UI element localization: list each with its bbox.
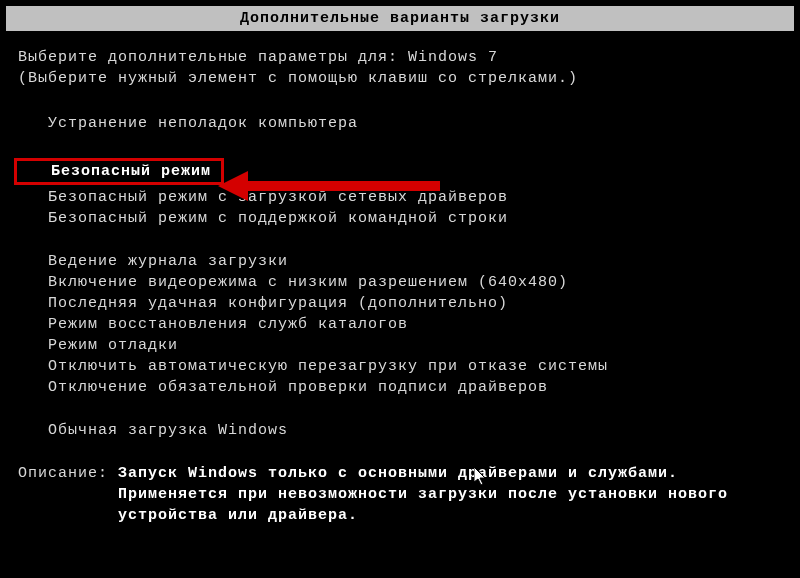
- option-boot-logging[interactable]: Ведение журнала загрузки: [48, 253, 782, 270]
- description-text-2: Применяется при невозможности загрузки п…: [118, 486, 782, 503]
- title-bar: Дополнительные варианты загрузки: [6, 6, 794, 31]
- option-disable-auto-restart[interactable]: Отключить автоматическую перезагрузку пр…: [48, 358, 782, 375]
- option-safe-mode-cmd[interactable]: Безопасный режим с поддержкой командной …: [48, 210, 782, 227]
- description-label: Описание:: [18, 465, 118, 482]
- option-debug-mode[interactable]: Режим отладки: [48, 337, 782, 354]
- description-block: Описание: Запуск Windows только с основн…: [18, 465, 782, 524]
- mouse-cursor-icon: [474, 467, 488, 492]
- arrow-line-icon: [240, 181, 440, 191]
- annotation-arrow: [218, 173, 448, 199]
- os-name: Windows 7: [408, 49, 498, 66]
- description-line-1: Описание: Запуск Windows только с основн…: [18, 465, 782, 482]
- option-ds-restore[interactable]: Режим восстановления служб каталогов: [48, 316, 782, 333]
- option-start-normally[interactable]: Обычная загрузка Windows: [48, 422, 782, 439]
- intro-prefix: Выберите дополнительные параметры для:: [18, 49, 408, 66]
- option-repair-computer[interactable]: Устранение неполадок компьютера: [48, 115, 782, 132]
- description-text-1: Запуск Windows только с основными драйве…: [118, 465, 678, 482]
- content-area: Выберите дополнительные параметры для: W…: [0, 49, 800, 524]
- selected-option-highlight: Безопасный режим: [14, 158, 224, 185]
- description-text-3: устройства или драйвера.: [118, 507, 782, 524]
- intro-line-1: Выберите дополнительные параметры для: W…: [18, 49, 782, 66]
- title-text: Дополнительные варианты загрузки: [240, 10, 560, 27]
- option-disable-driver-sig[interactable]: Отключение обязательной проверки подписи…: [48, 379, 782, 396]
- option-low-res-video[interactable]: Включение видеорежима с низким разрешени…: [48, 274, 782, 291]
- intro-line-2: (Выберите нужный элемент с помощью клави…: [18, 70, 782, 87]
- boot-options-list: Устранение неполадок компьютера Безопасн…: [48, 115, 782, 439]
- option-last-known-good[interactable]: Последняя удачная конфигурация (дополнит…: [48, 295, 782, 312]
